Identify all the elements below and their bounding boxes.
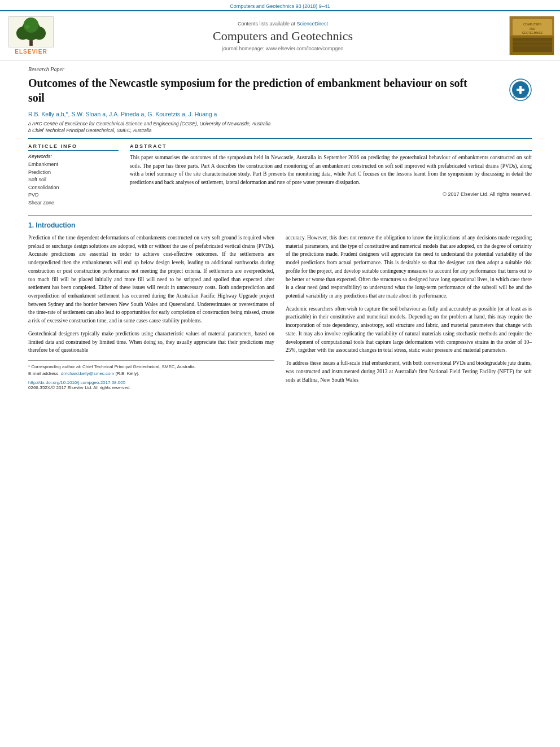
svg-point-6 <box>24 24 30 29</box>
article-body: ARTICLE INFO Keywords: Embankment Predic… <box>28 143 532 207</box>
paper-title-row: Outcomes of the Newcastle symposium for … <box>28 76 532 105</box>
cover-image: COMPUTERS AND GEOTECHNICS <box>509 16 554 55</box>
keywords-list: Embankment Prediction Soft soil Consolid… <box>28 161 119 207</box>
keyword-6: Shear zone <box>28 199 119 207</box>
svg-text:AND: AND <box>530 27 536 30</box>
svg-text:GEOTECHNICS: GEOTECHNICS <box>522 31 543 34</box>
abstract-label: ABSTRACT <box>130 143 532 151</box>
paper-type: Research Paper <box>28 66 532 72</box>
svg-rect-13 <box>513 38 552 52</box>
top-banner: ELSEVIER Contents lists available at Sci… <box>0 10 560 60</box>
footnote-section: * Corresponding author at: Chief Technic… <box>28 360 274 390</box>
svg-text:COMPUTERS: COMPUTERS <box>523 23 542 26</box>
divider-thick <box>28 138 532 139</box>
journal-citation: Computers and Geotechnics 93 (2018) 9–41 <box>0 0 560 10</box>
keyword-1: Embankment <box>28 161 119 169</box>
section-divider <box>28 215 532 216</box>
main-content: Research Paper Outcomes of the Newcastle… <box>0 60 560 396</box>
intro-columns: Prediction of the time dependent deforma… <box>28 234 532 390</box>
authors: R.B. Kelly a,b,*, S.W. Sloan a, J.A. Pin… <box>28 111 532 117</box>
intro-left-column: Prediction of the time dependent deforma… <box>28 234 274 390</box>
intro-right-column: accuracy. However, this does not remove … <box>286 234 532 390</box>
keywords-label: Keywords: <box>28 154 119 159</box>
keyword-3: Soft soil <box>28 176 119 184</box>
crossmark-icon[interactable]: CrossMark <box>509 78 532 101</box>
abstract-section: ABSTRACT This paper summarises the outco… <box>130 143 532 207</box>
keyword-5: PVD <box>28 191 119 199</box>
svg-text:CrossMark: CrossMark <box>513 95 528 98</box>
elsevier-text: ELSEVIER <box>15 49 47 55</box>
paper-title: Outcomes of the Newcastle symposium for … <box>28 76 469 105</box>
journal-homepage: journal homepage: www.elsevier.com/locat… <box>62 46 504 51</box>
footnote-corresponding: * Corresponding author at: Chief Technic… <box>28 364 274 370</box>
issn-text: 0266-352X/© 2017 Elsevier Ltd. All right… <box>28 385 274 390</box>
article-info: ARTICLE INFO Keywords: Embankment Predic… <box>28 143 119 207</box>
affiliation-a: a ARC Centre of Excellence for Geotechni… <box>28 121 532 126</box>
article-info-label: ARTICLE INFO <box>28 143 119 151</box>
intro-para-3: accuracy. However, this does not remove … <box>286 234 532 300</box>
intro-para-4: Academic researchers often wish to captu… <box>286 305 532 355</box>
abstract-text: This paper summarises the outcomes of th… <box>130 154 532 187</box>
doi-link[interactable]: http://dx.doi.org/10.1016/j.compgeo.2017… <box>28 380 274 385</box>
section-title-intro: 1. Introduction <box>28 221 532 229</box>
contents-label: Contents lists available at ScienceDirec… <box>62 20 504 27</box>
intro-para-1: Prediction of the time dependent deforma… <box>28 234 274 325</box>
intro-para-5: To address these issues a full-scale tri… <box>286 359 532 384</box>
intro-para-2: Geotechnical designers typically make pr… <box>28 330 274 355</box>
keyword-4: Consolidation <box>28 184 119 192</box>
copyright: © 2017 Elsevier Ltd. All rights reserved… <box>130 191 532 197</box>
journal-center: Contents lists available at ScienceDirec… <box>56 20 509 51</box>
elsevier-logo: ELSEVIER <box>6 16 56 55</box>
footnote-email: E-mail address: drrichard.kelly@smec.com… <box>28 370 274 377</box>
journal-title: Computers and Geotechnics <box>62 29 504 43</box>
svg-rect-19 <box>519 86 522 94</box>
keyword-2: Prediction <box>28 169 119 177</box>
affiliation-b: b Chief Technical Principal Geotechnical… <box>28 128 532 133</box>
introduction-section: 1. Introduction Prediction of the time d… <box>28 221 532 390</box>
